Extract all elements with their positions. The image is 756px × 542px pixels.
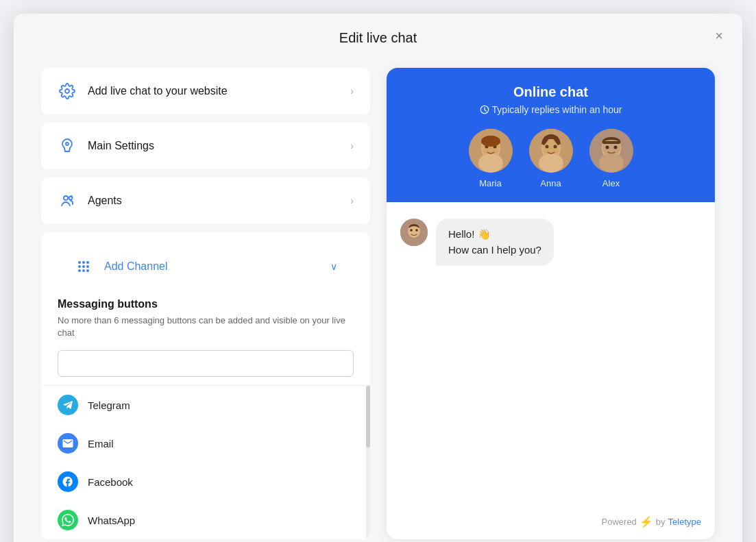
menu-item-website[interactable]: Add live chat to your website › (41, 68, 370, 114)
email-icon (58, 433, 78, 454)
modal: Edit live chat × Add live chat to your w… (14, 14, 742, 542)
scrollbar-thumb[interactable] (366, 386, 370, 447)
chevron-right-icon-2: › (350, 140, 354, 151)
agent-maria: Maria (469, 129, 513, 188)
chat-header-title: Online chat (400, 84, 701, 100)
messaging-desc: No more than 6 messaging buttons can be … (58, 315, 354, 339)
chat-header: Online chat Typically replies within an … (387, 68, 715, 202)
svg-point-25 (539, 153, 563, 173)
chevron-right-icon: › (350, 86, 354, 97)
chat-bubble: Hello! 👋How can I help you? (436, 219, 554, 266)
facebook-label: Facebook (88, 476, 133, 488)
channel-item-whatsapp[interactable]: WhatsApp (41, 501, 370, 539)
svg-point-5 (78, 261, 81, 264)
add-channel-label: Add Channel (104, 260, 330, 273)
svg-point-9 (82, 265, 85, 268)
svg-point-11 (78, 269, 81, 272)
email-label: Email (88, 438, 114, 449)
agent-anna: Anna (529, 129, 573, 188)
svg-line-4 (71, 196, 72, 197)
agent-alex: Alex (589, 129, 633, 188)
scrollbar-track (366, 386, 370, 539)
svg-point-26 (545, 145, 548, 149)
channel-item-facebook[interactable]: Facebook (41, 463, 370, 501)
channel-dropdown-list: Telegram Email (41, 385, 370, 539)
menu-label-website: Add live chat to your website (88, 85, 350, 97)
channel-section: Add Channel ∨ Messaging buttons No more … (41, 232, 370, 539)
svg-point-27 (553, 145, 557, 149)
teletype-link[interactable]: Teletype (668, 517, 701, 527)
agents-row: Maria (400, 129, 701, 188)
chat-preview: Online chat Typically replies within an … (387, 68, 715, 539)
svg-point-7 (86, 261, 89, 264)
menu-item-agents[interactable]: Agents › (41, 177, 370, 224)
powered-text: Powered (602, 517, 637, 527)
modal-header: Edit live chat × (14, 14, 742, 57)
telegram-label: Telegram (88, 399, 130, 411)
svg-point-12 (82, 269, 85, 272)
svg-point-8 (78, 265, 81, 268)
svg-point-31 (599, 153, 624, 173)
gear-icon (58, 82, 77, 101)
menu-item-settings[interactable]: Main Settings › (41, 123, 370, 169)
by-text: by (656, 517, 666, 527)
chat-body: Hello! 👋How can I help you? (387, 202, 715, 507)
avatar-maria (469, 129, 513, 173)
menu-label-settings: Main Settings (88, 140, 350, 152)
chat-bot-avatar (400, 219, 428, 246)
avatar-alex (589, 129, 633, 173)
svg-point-6 (82, 261, 85, 264)
menu-label-agents: Agents (88, 195, 350, 207)
svg-rect-34 (602, 141, 620, 144)
clock-icon (480, 105, 489, 114)
messaging-section: Messaging buttons No more than 6 messagi… (58, 287, 354, 385)
facebook-icon (58, 471, 78, 492)
svg-point-33 (613, 146, 617, 149)
agent-name-maria: Maria (479, 178, 502, 188)
chat-footer: Powered ⚡ by Teletype (387, 507, 715, 539)
channel-item-telegram[interactable]: Telegram (41, 386, 370, 424)
modal-body: Add live chat to your website › Main Set… (14, 57, 742, 542)
whatsapp-label: WhatsApp (88, 515, 135, 526)
svg-point-18 (478, 153, 503, 173)
svg-point-2 (64, 196, 68, 200)
chevron-down-icon: ∨ (330, 261, 337, 272)
add-channel-grid-icon (74, 257, 93, 276)
chat-message-row: Hello! 👋How can I help you? (400, 219, 701, 266)
svg-point-32 (605, 146, 609, 149)
svg-point-13 (86, 269, 89, 272)
agent-name-alex: Alex (602, 178, 620, 188)
add-channel-button[interactable]: Add Channel ∨ (58, 246, 354, 287)
agent-name-anna: Anna (540, 178, 561, 188)
lightning-icon: ⚡ (639, 515, 653, 528)
chat-message-text: Hello! 👋How can I help you? (448, 228, 541, 256)
chevron-right-icon-3: › (350, 195, 354, 206)
left-panel: Add live chat to your website › Main Set… (41, 68, 370, 539)
telegram-icon (58, 395, 78, 415)
svg-point-1 (66, 143, 69, 145)
avatar-anna (529, 129, 573, 173)
svg-point-0 (65, 89, 69, 93)
agents-icon (58, 191, 77, 210)
channel-item-email[interactable]: Email (41, 424, 370, 463)
chat-header-subtitle: Typically replies within an hour (400, 104, 701, 115)
svg-point-37 (410, 229, 413, 232)
close-button[interactable]: × (712, 26, 726, 45)
chat-subtitle-text: Typically replies within an hour (492, 104, 622, 115)
main-settings-icon (58, 136, 77, 156)
messaging-title: Messaging buttons (58, 298, 354, 310)
whatsapp-icon (58, 510, 78, 530)
channel-search-input[interactable] (58, 350, 354, 377)
svg-point-38 (415, 229, 418, 232)
right-panel: Online chat Typically replies within an … (387, 68, 715, 539)
modal-title: Edit live chat (339, 30, 417, 45)
svg-point-10 (86, 265, 89, 268)
